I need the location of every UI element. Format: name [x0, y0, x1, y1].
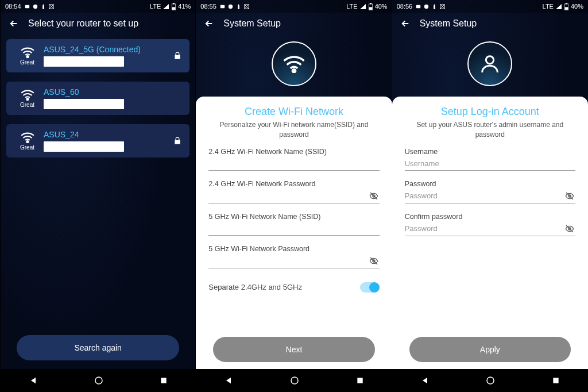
- nav-home-icon[interactable]: [485, 375, 496, 386]
- status-time: 08:55: [200, 3, 216, 10]
- confirm-password-label: Confirm password: [405, 213, 575, 221]
- status-notif-icons: [219, 3, 250, 10]
- screen-login-setup: 08:56 LTE 40% System Setup Setup Log-in …: [392, 0, 588, 392]
- signal-label: Great: [20, 144, 34, 151]
- status-bar: 08:55 LTE 40%: [196, 0, 392, 13]
- screen-wifi-setup: 08:55 LTE 40% System Setup Create Wi-Fi …: [196, 0, 392, 392]
- svg-rect-10: [161, 378, 166, 383]
- pwd-24-input[interactable]: [208, 191, 368, 200]
- router-item[interactable]: Great ASUS_60: [6, 82, 189, 115]
- separate-bands-label: Separate 2.4GHz and 5GHz: [208, 283, 302, 291]
- svg-point-7: [26, 98, 28, 99]
- router-list: Great ASUS_24_5G (Connected) Great ASUS_…: [1, 34, 195, 162]
- ssid-24-label: 2.4 GHz Wi-Fi Network Name (SSID): [208, 148, 379, 156]
- svg-rect-32: [553, 378, 558, 383]
- nav-bar: [392, 369, 588, 392]
- status-battery: 40%: [571, 3, 583, 10]
- panel-title: Setup Log-in Account: [405, 106, 575, 118]
- wifi-icon: [20, 47, 35, 58]
- back-icon[interactable]: [204, 18, 214, 29]
- battery-icon: [171, 3, 176, 10]
- nav-recent-icon[interactable]: [552, 376, 560, 385]
- nav-back-icon[interactable]: [224, 376, 233, 385]
- confirm-password-input[interactable]: [405, 224, 564, 233]
- router-detail-bar: [44, 141, 124, 152]
- svg-rect-15: [370, 3, 372, 3]
- svg-point-12: [229, 4, 233, 8]
- page-title: System Setup: [420, 18, 477, 29]
- eye-off-icon[interactable]: [368, 191, 380, 201]
- svg-point-6: [26, 55, 28, 57]
- svg-point-23: [424, 4, 428, 8]
- signal-icon: [555, 3, 562, 9]
- router-name: ASUS_24: [44, 130, 181, 139]
- wifi-icon: [20, 89, 35, 101]
- svg-rect-5: [172, 7, 175, 9]
- status-notif-icons: [24, 3, 55, 10]
- svg-rect-0: [25, 5, 29, 8]
- next-button[interactable]: Next: [213, 337, 374, 362]
- panel-subtitle: Set up your ASUS router's admin username…: [405, 120, 575, 140]
- nav-recent-icon[interactable]: [356, 376, 364, 385]
- nav-home-icon[interactable]: [94, 375, 104, 386]
- header: System Setup: [392, 13, 588, 34]
- eye-off-icon[interactable]: [564, 191, 575, 201]
- form-panel: Setup Log-in Account Set up your ASUS ro…: [392, 97, 588, 369]
- password-input[interactable]: [405, 191, 564, 200]
- lock-icon: [173, 136, 181, 145]
- separate-bands-toggle[interactable]: [360, 282, 380, 293]
- router-detail-bar: [44, 99, 124, 109]
- eye-off-icon[interactable]: [368, 256, 380, 266]
- setup-icon-area: [196, 34, 392, 97]
- search-again-button[interactable]: Search again: [17, 335, 179, 360]
- back-icon[interactable]: [400, 18, 411, 29]
- signal-icon: [359, 3, 366, 9]
- svg-rect-26: [566, 3, 567, 3]
- nav-bar: [196, 369, 392, 392]
- wifi-circle-icon: [272, 41, 316, 86]
- nav-recent-icon[interactable]: [160, 376, 168, 385]
- user-circle-icon: [467, 41, 512, 86]
- svg-rect-22: [416, 5, 420, 8]
- password-label: Password: [405, 180, 575, 188]
- pwd-5-input[interactable]: [208, 256, 368, 265]
- svg-point-28: [486, 56, 494, 64]
- status-battery: 41%: [178, 3, 191, 10]
- router-name: ASUS_24_5G (Connected): [44, 45, 181, 54]
- ssid-5-input[interactable]: [208, 224, 379, 233]
- status-battery: 40%: [375, 3, 388, 10]
- pwd-5-label: 5 GHz Wi-Fi Network Password: [208, 245, 379, 253]
- signal-icon: [163, 3, 169, 9]
- svg-point-17: [292, 70, 295, 72]
- apply-button[interactable]: Apply: [409, 337, 571, 362]
- nav-back-icon[interactable]: [29, 376, 38, 385]
- battery-icon: [564, 3, 569, 10]
- back-icon[interactable]: [9, 18, 19, 29]
- router-item[interactable]: Great ASUS_24: [6, 124, 189, 157]
- svg-rect-27: [565, 7, 568, 9]
- status-time: 08:54: [5, 3, 21, 10]
- page-title: System Setup: [223, 18, 281, 29]
- svg-point-20: [291, 377, 298, 384]
- battery-icon: [368, 3, 373, 10]
- setup-icon-area: [392, 34, 588, 97]
- nav-home-icon[interactable]: [289, 375, 300, 386]
- nav-back-icon[interactable]: [420, 376, 430, 385]
- header: Select your router to set up: [1, 13, 195, 34]
- ssid-24-input[interactable]: [208, 159, 379, 168]
- eye-off-icon[interactable]: [564, 224, 575, 233]
- status-time: 08:56: [397, 3, 413, 10]
- status-network: LTE: [150, 3, 161, 10]
- panel-subtitle: Personalize your Wi-Fi network name(SSID…: [208, 120, 379, 140]
- signal-label: Great: [20, 59, 34, 66]
- wifi-icon: [20, 132, 35, 143]
- pwd-24-label: 2.4 GHz Wi-Fi Network Password: [208, 180, 379, 188]
- screen-select-router: 08:54 LTE 41% Select your router to set …: [0, 0, 196, 392]
- username-input[interactable]: [405, 159, 575, 168]
- svg-point-8: [26, 140, 28, 142]
- status-bar: 08:56 LTE 40%: [392, 0, 588, 13]
- router-item[interactable]: Great ASUS_24_5G (Connected): [6, 39, 189, 72]
- svg-point-31: [487, 377, 494, 384]
- ssid-5-label: 5 GHz Wi-Fi Network Name (SSID): [208, 213, 379, 221]
- status-notif-icons: [415, 3, 446, 10]
